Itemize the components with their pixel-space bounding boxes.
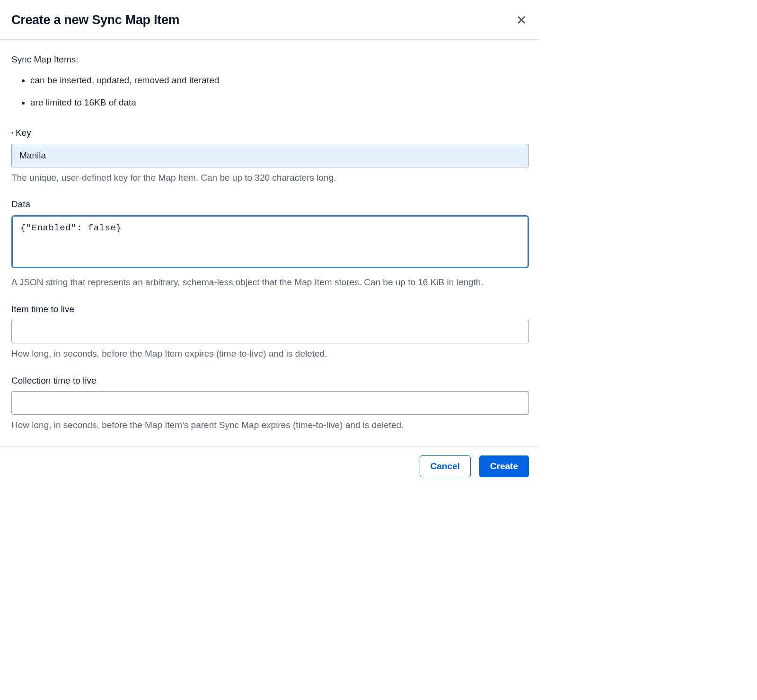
bullet-item: are limited to 16KB of data: [30, 96, 529, 110]
data-textarea[interactable]: [11, 215, 529, 268]
cancel-button[interactable]: Cancel: [420, 455, 471, 477]
item-ttl-help: How long, in seconds, before the Map Ite…: [11, 347, 529, 361]
required-indicator: •: [11, 129, 14, 137]
field-collection-ttl: Collection time to live How long, in sec…: [11, 374, 529, 432]
collection-ttl-label: Collection time to live: [11, 374, 529, 388]
close-icon: [516, 14, 527, 26]
modal-footer: Cancel Create: [0, 446, 540, 490]
key-label: •Key: [11, 126, 529, 140]
intro-bullets: can be inserted, updated, removed and it…: [11, 74, 529, 109]
modal-title: Create a new Sync Map Item: [11, 10, 179, 30]
intro-text: Sync Map Items:: [11, 53, 529, 67]
close-button[interactable]: [514, 12, 529, 27]
collection-ttl-help: How long, in seconds, before the Map Ite…: [11, 419, 529, 432]
create-sync-map-item-modal: Create a new Sync Map Item Sync Map Item…: [0, 0, 540, 490]
data-label: Data: [11, 198, 529, 211]
item-ttl-label: Item time to live: [11, 303, 529, 316]
modal-header: Create a new Sync Map Item: [0, 0, 540, 40]
field-item-ttl: Item time to live How long, in seconds, …: [11, 303, 529, 361]
field-data: Data A JSON string that represents an ar…: [11, 198, 529, 289]
key-help: The unique, user-defined key for the Map…: [11, 171, 529, 185]
modal-body: Sync Map Items: can be inserted, updated…: [0, 40, 540, 446]
data-help: A JSON string that represents an arbitra…: [11, 276, 529, 289]
item-ttl-input[interactable]: [11, 320, 529, 343]
key-input[interactable]: [11, 144, 529, 167]
create-button[interactable]: Create: [479, 455, 529, 477]
field-key: •Key The unique, user-defined key for th…: [11, 126, 529, 184]
collection-ttl-input[interactable]: [11, 391, 529, 415]
bullet-item: can be inserted, updated, removed and it…: [30, 74, 529, 88]
